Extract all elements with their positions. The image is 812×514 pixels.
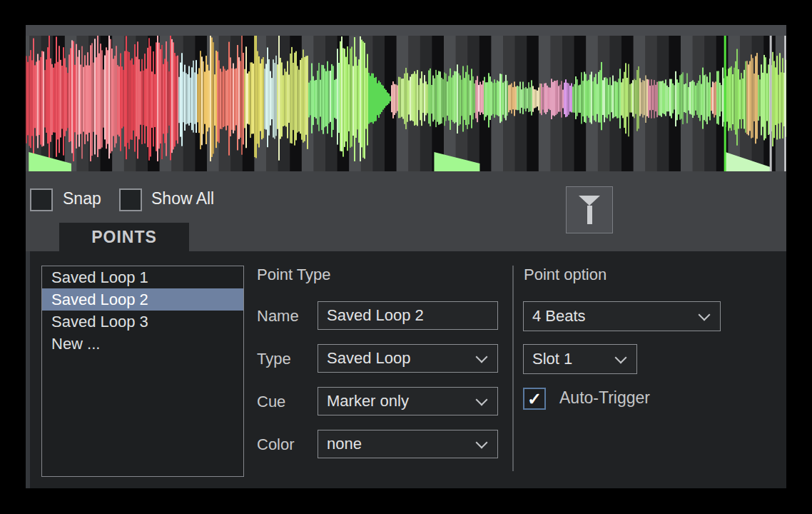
poi-editor-window: Snap Show All POINTS Saved Loop 1Saved L… [0,0,812,514]
list-item[interactable]: Saved Loop 2 [42,288,243,311]
color-select-value: none [327,435,362,453]
funnel-icon-stem [587,206,592,224]
cue-select[interactable]: Marker only [318,387,498,415]
beats-select-value: 4 Beats [532,307,586,326]
type-select[interactable]: Saved Loop [318,344,498,373]
cue-marker-filter-button[interactable] [566,186,613,233]
chevron-down-icon [476,394,488,406]
list-item[interactable]: Saved Loop 3 [42,311,243,333]
color-select[interactable]: none [318,430,498,458]
control-bar: Snap Show All POINTS [26,176,786,251]
funnel-icon [579,196,600,206]
name-input[interactable]: Saved Loop 2 [318,301,498,330]
panel-left-strip [26,251,30,488]
cue-label: Cue [257,393,285,411]
chevron-down-icon [476,437,488,449]
color-label: Color [257,435,295,454]
type-select-value: Saved Loop [327,349,410,368]
point-option-title: Point option [524,266,607,284]
waveform-display[interactable] [26,36,786,171]
point-type-title: Point Type [257,266,331,284]
points-editor-panel: Saved Loop 1Saved Loop 2Saved Loop 3New … [26,251,786,488]
saved-points-list[interactable]: Saved Loop 1Saved Loop 2Saved Loop 3New … [41,266,244,477]
waveform-panel [26,25,786,176]
slot-select-value: Slot 1 [532,350,572,368]
chevron-down-icon [699,309,711,321]
loop-start-line[interactable] [724,36,726,171]
auto-trigger-checkbox[interactable]: ✓ [523,388,546,410]
beats-select[interactable]: 4 Beats [523,301,721,331]
track-end-line[interactable] [784,36,786,171]
tab-points[interactable]: POINTS [59,223,189,251]
name-input-value: Saved Loop 2 [327,306,424,325]
name-label: Name [257,307,299,326]
show-all-label: Show All [151,188,214,209]
auto-trigger-label: Auto-Trigger [559,388,650,408]
snap-label: Snap [63,188,101,209]
waveform-header-strip [26,25,786,36]
type-label: Type [257,350,291,368]
list-item[interactable]: Saved Loop 1 [42,266,243,288]
playhead-line[interactable] [770,36,772,171]
column-divider [512,266,514,471]
list-item[interactable]: New ... [42,333,243,355]
snap-checkbox[interactable] [30,188,53,211]
slot-select[interactable]: Slot 1 [523,344,637,374]
show-all-checkbox[interactable] [119,188,142,211]
cue-select-value: Marker only [327,392,409,410]
checkmark-icon: ✓ [527,389,542,409]
chevron-down-icon [476,351,488,363]
chevron-down-icon [615,352,627,364]
